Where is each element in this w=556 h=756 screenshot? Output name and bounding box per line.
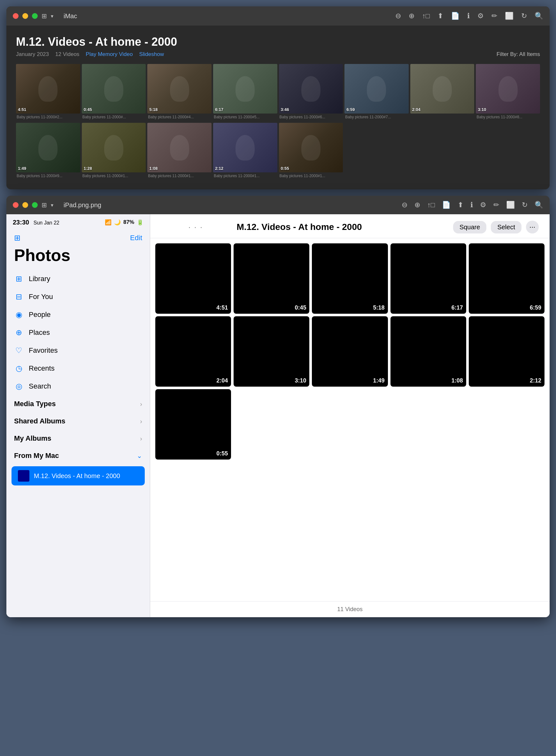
square-button[interactable]: Square (453, 221, 487, 233)
video-thumb[interactable]: 5:18 (147, 64, 212, 113)
video-label: Baby pictures 11-2000#1... (147, 174, 212, 178)
section-header-from-my-mac[interactable]: From My Mac ⌄ (6, 447, 150, 464)
section-header-shared-albums[interactable]: Shared Albums › (6, 413, 150, 430)
search-icon[interactable]: 🔍 (534, 12, 543, 20)
edit-icon[interactable]: ✏ (491, 12, 497, 20)
filter-icon[interactable]: ⚙ (477, 12, 484, 20)
ipad-zoom-out-icon[interactable]: ⊖ (402, 201, 408, 209)
ipad-rotate-icon[interactable]: ↻ (522, 201, 528, 209)
mac-content: M.12. Videos - At home - 2000 January 20… (6, 26, 550, 189)
file-icon[interactable]: 📄 (451, 12, 459, 20)
sidebar-edit-button[interactable]: Edit (130, 234, 142, 242)
ipad-video-thumb[interactable]: 2:12 (469, 316, 545, 387)
ipad-video-thumb[interactable]: 4:51 (155, 243, 231, 314)
video-thumb[interactable]: 6:17 (213, 64, 277, 113)
ipad-file-icon[interactable]: 📄 (442, 201, 451, 209)
video-thumb[interactable]: 3:46 (279, 64, 343, 113)
ipad-video-thumb[interactable]: 0:45 (234, 243, 309, 314)
fullscreen-icon[interactable]: ⬜ (505, 12, 514, 20)
ipad-edit-icon[interactable]: ✏ (493, 201, 499, 209)
ipad-video-thumb[interactable]: 6:17 (390, 243, 466, 314)
ipad-video-thumb[interactable]: 6:59 (469, 243, 545, 314)
sidebar-item-favorites[interactable]: ♡ Favorites (6, 341, 150, 359)
info-icon[interactable]: ℹ (467, 12, 470, 20)
share-icon[interactable]: ↑□ (422, 12, 430, 20)
video-thumb[interactable]: 0:55 (279, 123, 343, 172)
video-duration: 0:55 (281, 166, 289, 171)
video-thumb[interactable]: 2:04 (410, 64, 475, 113)
sidebar-item-label-places: Places (29, 328, 142, 337)
ipad-window: ⊞ ▾ iPad.png.png ⊖ ⊕ ↑□ 📄 ⬆ ℹ ⚙ ✏ ⬜ ↻ 🔍 … (6, 196, 550, 617)
sidebar-item-people[interactable]: ◉ People (6, 306, 150, 324)
video-duration: 6:17 (452, 304, 463, 311)
thumb-cell: 5:18 Baby pictures 11-2000#4... (147, 64, 212, 119)
thumb-cell: 1:49 Baby pictures 11-2000#9... (16, 123, 80, 178)
slideshow-link[interactable]: Slideshow (139, 51, 164, 58)
ipad-footer: 11 Videos (150, 601, 550, 617)
ipad-chevron-down-icon[interactable]: ▾ (51, 202, 54, 208)
ipad-video-thumb[interactable]: 3:10 (234, 316, 309, 387)
rotate-icon[interactable]: ↻ (521, 12, 527, 20)
selected-album-item[interactable]: M.12. Videos - At home - 2000 (11, 466, 145, 486)
sidebar-toggle-icon[interactable]: ⊞ (41, 12, 47, 20)
ipad-maximize-button[interactable] (32, 202, 38, 208)
filter-by-button[interactable]: Filter By: All Items (496, 51, 540, 58)
ipad-search-icon[interactable]: 🔍 (534, 201, 543, 209)
zoom-out-icon[interactable]: ⊖ (395, 12, 401, 20)
close-button[interactable] (13, 13, 19, 19)
video-thumb[interactable]: 2:12 (213, 123, 277, 172)
sidebar-item-search[interactable]: ◎ Search (6, 377, 150, 395)
sidebar-item-recents[interactable]: ◷ Recents (6, 359, 150, 377)
sidebar-icon-button[interactable]: ⊞ (14, 233, 21, 242)
ipad-main-title: M.12. Videos - At home - 2000 (237, 222, 362, 232)
ipad-info-icon[interactable]: ℹ (471, 201, 473, 209)
video-label: Baby pictures 11-2000#... (82, 115, 146, 119)
video-thumb[interactable]: 1:49 (16, 123, 80, 172)
ipad-share-icon[interactable]: ↑□ (427, 201, 435, 209)
chevron-down-icon[interactable]: ▾ (51, 13, 54, 19)
video-thumb[interactable]: 1:28 (82, 123, 146, 172)
ipad-zoom-in-icon[interactable]: ⊕ (414, 201, 420, 209)
video-thumb[interactable]: 4:51 (16, 64, 80, 113)
video-duration: 6:59 (530, 304, 541, 311)
sidebar-item-label-people: People (29, 310, 142, 319)
wifi-icon: 📶 (105, 219, 111, 226)
maximize-button[interactable] (32, 13, 38, 19)
video-thumb[interactable]: 3:10 (476, 64, 540, 113)
ipad-export-icon[interactable]: ⬆ (458, 201, 463, 209)
ipad-filter-icon[interactable]: ⚙ (480, 201, 486, 209)
select-button[interactable]: Select (491, 221, 521, 233)
album-header: M.12. Videos - At home - 2000 January 20… (16, 35, 540, 58)
video-thumb[interactable]: 6:59 (344, 64, 409, 113)
play-memory-link[interactable]: Play Memory Video (85, 51, 133, 58)
section-title-shared-albums: Shared Albums (14, 417, 66, 425)
ipad-minimize-button[interactable] (22, 202, 28, 208)
ipad-video-thumb[interactable]: 5:18 (312, 243, 388, 314)
more-button[interactable]: ··· (526, 221, 539, 233)
ipad-video-thumb[interactable]: 2:04 (155, 316, 231, 387)
sidebar-item-library[interactable]: ⊞ Library (6, 270, 150, 288)
export-icon[interactable]: ⬆ (438, 12, 443, 20)
battery-icon: 🔋 (137, 219, 143, 226)
ipad-fullscreen-icon[interactable]: ⬜ (506, 201, 515, 209)
zoom-in-icon[interactable]: ⊕ (409, 12, 414, 20)
video-duration: 2:12 (530, 377, 541, 384)
section-header-my-albums[interactable]: My Albums › (6, 430, 150, 447)
ipad-video-thumb[interactable]: 1:49 (312, 316, 388, 387)
video-label: Baby pictures 11-2000#8... (476, 115, 540, 119)
sidebar-item-places[interactable]: ⊕ Places (6, 324, 150, 341)
sidebar-item-for-you[interactable]: ⊟ For You (6, 288, 150, 306)
ipad-close-button[interactable] (13, 202, 19, 208)
ipad-video-thumb[interactable]: 0:55 (155, 389, 231, 460)
section-header-media-types[interactable]: Media Types › (6, 395, 150, 413)
mac-titlebar: ⊞ ▾ iMac ⊖ ⊕ ↑□ ⬆ 📄 ℹ ⚙ ✏ ⬜ ↻ 🔍 (6, 6, 550, 26)
ipad-video-thumb[interactable]: 1:08 (390, 316, 466, 387)
video-duration: 2:12 (215, 166, 223, 171)
video-thumb[interactable]: 0:45 (82, 64, 146, 113)
video-thumb[interactable]: 1:08 (147, 123, 212, 172)
thumb-cell: 3:46 Baby pictures 11-2000#6... (279, 64, 343, 119)
ipad-sidebar-toggle-icon[interactable]: ⊞ (41, 201, 47, 209)
photo-row-2: 1:49 Baby pictures 11-2000#9... 1:28 Bab… (16, 123, 540, 178)
minimize-button[interactable] (22, 13, 28, 19)
video-label: Baby pictures 11-2000#2... (16, 115, 80, 119)
